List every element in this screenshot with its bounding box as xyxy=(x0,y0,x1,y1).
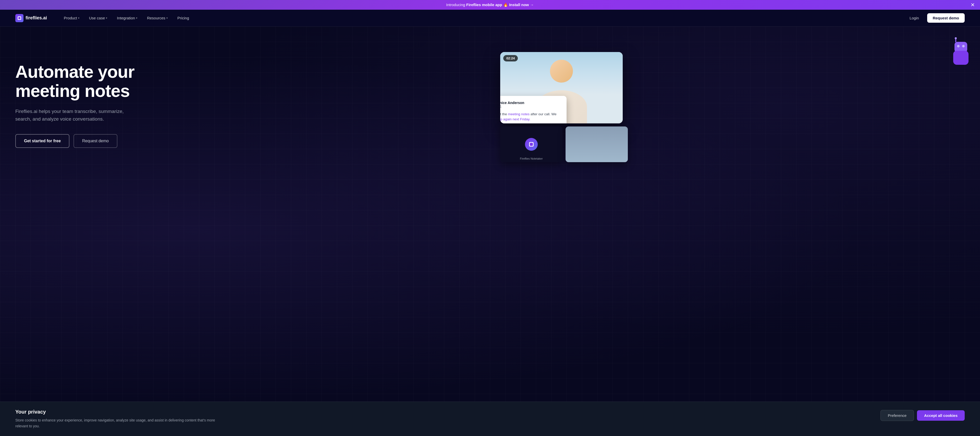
robot-body xyxy=(953,51,969,65)
accept-cookies-button[interactable]: Accept all cookies xyxy=(917,410,965,421)
nav-item-product[interactable]: Product ▾ xyxy=(60,14,83,22)
svg-rect-3 xyxy=(530,143,533,146)
preference-button[interactable]: Preference xyxy=(880,410,914,421)
cookie-text: Store cookies to enhance your experience… xyxy=(15,417,220,429)
notetaker-label: Fireflies Notetaker xyxy=(520,157,542,160)
nav-item-integration[interactable]: Integration ▾ xyxy=(113,14,142,22)
person-silhouette-small xyxy=(566,127,628,162)
logo-text: fireflies.ai xyxy=(25,15,47,21)
nav-right: Login Request demo xyxy=(904,13,965,23)
small-video-card-left: Fireflies Notetaker xyxy=(500,127,563,162)
video-cards-container: 02:24 JA Janice Anderson 1:21 I'll send … xyxy=(500,52,628,162)
chat-text: I'll send out the meeting notes after ou… xyxy=(500,112,563,122)
cookie-banner: Your privacy Store cookies to enhance yo… xyxy=(0,401,980,436)
announcement-text: Introducing Fireflies mobile app 🔥 Insta… xyxy=(446,3,534,7)
install-link[interactable]: Install now → xyxy=(509,3,534,7)
video-cards-bottom: Fireflies Notetaker xyxy=(500,127,628,162)
logo[interactable]: fireflies.ai xyxy=(15,14,47,22)
fireflies-logo-circle xyxy=(525,138,538,151)
hero-right: 02:24 JA Janice Anderson 1:21 I'll send … xyxy=(163,47,965,162)
chat-name: Janice Anderson xyxy=(500,101,524,105)
nav-item-resources[interactable]: Resources ▾ xyxy=(143,14,172,22)
chat-time: 1:21 xyxy=(500,105,524,108)
chat-meta: Janice Anderson 1:21 xyxy=(500,101,524,108)
nav-items: Product ▾ Use case ▾ Integration ▾ Resou… xyxy=(60,14,904,22)
robot-eye-left xyxy=(957,45,959,48)
svg-rect-1 xyxy=(18,17,21,19)
announcement-brand: Fireflies mobile app xyxy=(466,3,502,7)
request-demo-hero-button[interactable]: Request demo xyxy=(73,134,118,148)
login-button[interactable]: Login xyxy=(904,14,924,22)
robot-antenna xyxy=(955,39,956,42)
hero-buttons: Get started for free Request demo xyxy=(15,134,163,148)
notetaker-placeholder: Fireflies Notetaker xyxy=(500,127,563,162)
main-video-card: 02:24 JA Janice Anderson 1:21 I'll send … xyxy=(500,52,623,124)
request-demo-nav-button[interactable]: Request demo xyxy=(927,13,965,23)
robot-eye-right xyxy=(962,45,965,48)
cookie-title: Your privacy xyxy=(15,409,220,415)
get-started-button[interactable]: Get started for free xyxy=(15,134,69,148)
chat-bubble-header: JA Janice Anderson 1:21 xyxy=(500,100,563,109)
hero-left: Automate your meeting notes Fireflies.ai… xyxy=(15,47,163,148)
person-head xyxy=(550,60,573,82)
small-video-card-right xyxy=(566,127,628,162)
nav-item-pricing[interactable]: Pricing xyxy=(173,14,193,22)
integration-chevron-icon: ▾ xyxy=(136,17,137,19)
robot-mascot xyxy=(950,42,972,67)
chat-bubble: JA Janice Anderson 1:21 I'll send out th… xyxy=(500,96,566,124)
logo-icon xyxy=(15,14,24,22)
hero-subtitle: Fireflies.ai helps your team transcribe,… xyxy=(15,108,138,123)
resources-chevron-icon: ▾ xyxy=(166,17,168,19)
product-chevron-icon: ▾ xyxy=(78,17,80,19)
nav-item-usecase[interactable]: Use case ▾ xyxy=(85,14,111,22)
timer-badge: 02:24 xyxy=(503,55,518,62)
usecase-chevron-icon: ▾ xyxy=(106,17,107,19)
cookie-content: Your privacy Store cookies to enhance yo… xyxy=(15,409,220,429)
hero-title: Automate your meeting notes xyxy=(15,62,163,100)
second-person-placeholder xyxy=(566,127,628,162)
announcement-close-button[interactable]: ✕ xyxy=(970,2,975,7)
cookie-actions: Preference Accept all cookies xyxy=(880,409,965,421)
announcement-bar: Introducing Fireflies mobile app 🔥 Insta… xyxy=(0,0,980,10)
hero-section: Automate your meeting notes Fireflies.ai… xyxy=(0,27,980,432)
navbar: fireflies.ai Product ▾ Use case ▾ Integr… xyxy=(0,10,980,27)
